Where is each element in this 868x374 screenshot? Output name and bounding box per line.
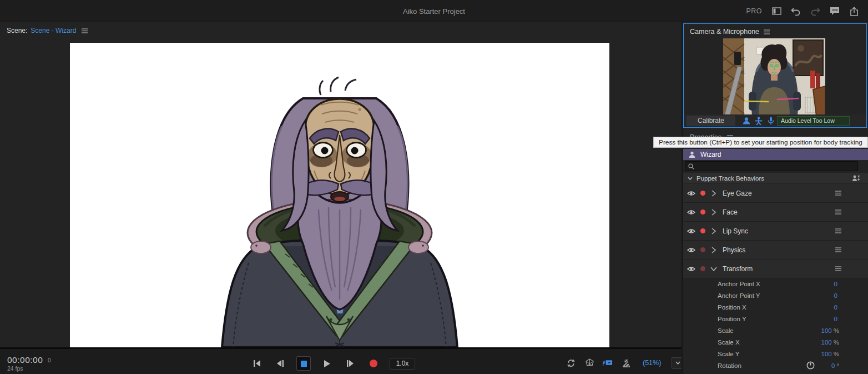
add-behavior-icon[interactable] xyxy=(852,174,860,182)
visibility-eye-icon[interactable] xyxy=(687,228,695,234)
undo-icon[interactable] xyxy=(791,6,801,16)
property-row: Position Y 0 xyxy=(683,313,868,325)
scene-canvas[interactable] xyxy=(70,43,609,347)
property-value[interactable]: 100% xyxy=(821,327,839,334)
search-icon xyxy=(688,163,694,169)
audio-status: Audio Level Too Low xyxy=(777,116,850,126)
playback-speed[interactable]: 1.0x xyxy=(390,358,415,370)
property-row: Scale Y 100% xyxy=(683,348,868,360)
play-button[interactable] xyxy=(320,356,334,371)
behavior-list: Eye Gaze Face Lip Sync xyxy=(683,184,868,278)
property-value[interactable]: 0 xyxy=(834,281,839,287)
microphone-icon[interactable] xyxy=(766,117,775,125)
scene-label: Scene: xyxy=(7,27,27,34)
property-value[interactable]: 0 xyxy=(834,292,839,299)
behavior-menu-icon[interactable] xyxy=(835,228,841,233)
puppet-track-row[interactable]: Wizard xyxy=(683,149,868,160)
stop-button[interactable] xyxy=(296,356,311,371)
property-value[interactable]: 0° xyxy=(831,362,839,369)
expand-chevron-icon[interactable] xyxy=(711,247,716,253)
property-label: Anchor Point Y xyxy=(718,292,760,299)
expand-chevron-icon[interactable] xyxy=(710,267,717,271)
expand-chevron-icon[interactable] xyxy=(711,209,716,216)
arm-for-record-dot[interactable] xyxy=(700,266,705,271)
previous-frame-button[interactable] xyxy=(273,356,287,371)
property-value[interactable]: 0 xyxy=(834,316,839,322)
behavior-menu-icon[interactable] xyxy=(835,191,841,196)
rotation-dial-icon[interactable] xyxy=(806,361,815,370)
behavior-row-transform[interactable]: Transform xyxy=(683,260,868,278)
property-value[interactable]: 100% xyxy=(821,351,839,357)
behavior-menu-icon[interactable] xyxy=(835,266,841,271)
behavior-label: Face xyxy=(723,208,738,216)
wizard-puppet xyxy=(70,43,609,347)
scene-menu-icon[interactable] xyxy=(82,28,88,33)
calibrate-button[interactable]: Calibrate xyxy=(687,116,735,126)
arm-for-record-dot[interactable] xyxy=(700,210,705,215)
workspace-panel-icon[interactable] xyxy=(771,6,781,16)
property-value[interactable]: 0 xyxy=(834,304,839,311)
search-input[interactable] xyxy=(697,163,852,169)
property-value[interactable]: 100% xyxy=(821,339,839,346)
property-label: Position Y xyxy=(718,316,746,322)
record-button[interactable] xyxy=(366,356,381,371)
visibility-eye-icon[interactable] xyxy=(687,210,695,215)
expand-chevron-icon[interactable] xyxy=(711,190,716,197)
camera-microphone-panel: Camera & Microphone xyxy=(683,23,867,128)
arm-for-record-dot[interactable] xyxy=(700,191,705,196)
pro-badge: PRO xyxy=(746,7,762,15)
next-frame-button[interactable] xyxy=(343,356,357,371)
behavior-row-physics[interactable]: Physics xyxy=(683,241,868,260)
fps-label: 24 fps xyxy=(7,365,23,372)
property-label: Position X xyxy=(718,304,746,311)
arm-for-record-dot[interactable] xyxy=(700,247,705,252)
visibility-eye-icon[interactable] xyxy=(687,247,695,253)
section-chevron-icon xyxy=(688,177,693,180)
camera-panel-title: Camera & Microphone xyxy=(690,28,759,36)
property-row: Rotation 0° xyxy=(683,360,868,371)
webcam-preview xyxy=(723,38,825,116)
transform-properties: Anchor Point X 0 Anchor Point Y 0 Positi… xyxy=(683,278,868,371)
property-row: Scale 100% xyxy=(683,325,868,336)
redo-icon[interactable] xyxy=(810,6,820,16)
behavior-menu-icon[interactable] xyxy=(835,247,841,252)
property-label: Rotation xyxy=(718,362,741,369)
behavior-label: Transform xyxy=(723,265,753,273)
live-output-icon[interactable] xyxy=(603,358,613,368)
property-label: Scale X xyxy=(718,339,740,346)
behavior-label: Eye Gaze xyxy=(723,190,752,197)
property-label: Scale xyxy=(718,327,734,334)
behavior-search[interactable] xyxy=(685,161,858,171)
behavior-label: Physics xyxy=(723,246,745,254)
property-label: Scale Y xyxy=(718,351,739,357)
puppet-track-behaviors-header[interactable]: Puppet Track Behaviors xyxy=(683,173,868,183)
feedback-chat-icon[interactable] xyxy=(830,6,840,16)
body-tracking-icon[interactable] xyxy=(754,117,763,125)
behavior-row-eye-gaze[interactable]: Eye Gaze xyxy=(683,184,868,203)
property-row: Position X 0 xyxy=(683,301,868,313)
behavior-row-lip-sync[interactable]: Lip Sync xyxy=(683,222,868,241)
loop-playback-icon[interactable] xyxy=(566,358,576,368)
frame-count: 0 xyxy=(48,357,51,363)
mesh-view-icon[interactable] xyxy=(584,358,594,368)
arm-for-record-dot[interactable] xyxy=(700,228,705,233)
visibility-eye-icon[interactable] xyxy=(687,266,695,272)
section-title: Puppet Track Behaviors xyxy=(697,175,764,182)
scene-link[interactable]: Scene - Wizard xyxy=(31,27,76,34)
snapshot-puppet-icon[interactable] xyxy=(621,358,631,368)
go-to-start-button[interactable] xyxy=(250,356,264,371)
camera-panel-menu-icon[interactable] xyxy=(764,29,770,34)
puppet-name: Wizard xyxy=(700,151,721,158)
share-export-icon[interactable] xyxy=(849,6,859,16)
timecode: 00:00:00 xyxy=(7,355,43,365)
behavior-label: Lip Sync xyxy=(723,227,748,235)
behavior-row-face[interactable]: Face xyxy=(683,203,868,222)
face-tracking-icon[interactable] xyxy=(742,117,750,125)
zoom-level[interactable]: (51%) xyxy=(643,359,661,367)
scene-bar: Scene: Scene - Wizard xyxy=(7,26,88,35)
stop-icon xyxy=(301,361,307,367)
behavior-menu-icon[interactable] xyxy=(835,210,841,215)
visibility-eye-icon[interactable] xyxy=(687,191,695,196)
expand-chevron-icon[interactable] xyxy=(711,228,716,235)
property-row: Scale X 100% xyxy=(683,336,868,348)
